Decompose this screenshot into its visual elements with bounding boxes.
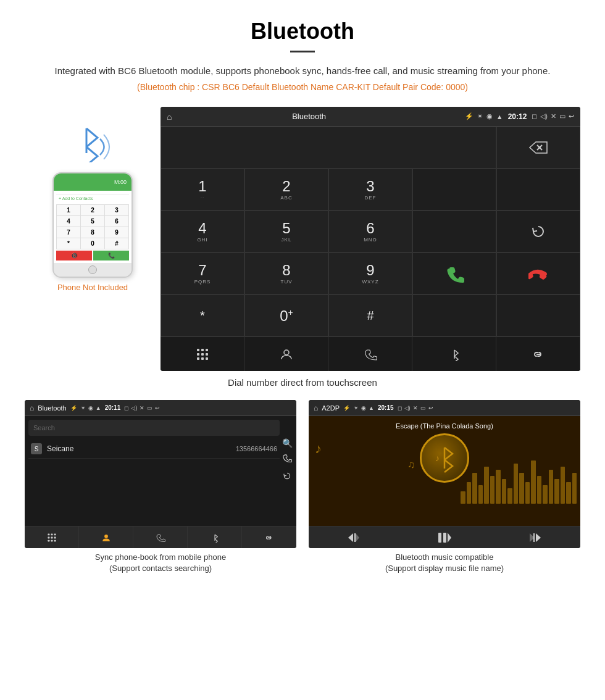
search-placeholder-text: Search — [33, 424, 55, 431]
phone-key-7[interactable]: 7 — [57, 227, 80, 238]
key-2[interactable]: 2ABC — [244, 169, 328, 210]
svg-rect-6 — [206, 349, 208, 351]
eq-bar — [461, 491, 465, 504]
car-screen-header: ⌂ Bluetooth ⚡ ✴ ◉ ▲ 20:12 ◻ ◁) ✕ ▭ ↩ — [161, 107, 580, 127]
answer-call-button[interactable] — [412, 252, 496, 294]
backspace-button[interactable] — [496, 127, 580, 169]
phone-key-2[interactable]: 2 — [81, 205, 104, 215]
phone-key-3[interactable]: 3 — [105, 205, 128, 215]
key-hash[interactable]: # — [328, 294, 412, 336]
phone-key-5[interactable]: 5 — [81, 216, 104, 227]
page-title: Bluetooth — [25, 19, 580, 44]
music-controls — [309, 526, 580, 548]
phone-key-1[interactable]: 1 — [57, 205, 80, 215]
phone-call[interactable]: 📞 — [93, 251, 129, 260]
music-back-icon[interactable]: ↩ — [428, 405, 433, 411]
contact-row[interactable]: S Seicane 13566664466 — [28, 440, 280, 459]
phone-keypad-grid: 1 2 3 4 5 6 7 8 9 * 0 # — [56, 204, 129, 249]
pb-home-icon[interactable]: ⌂ — [30, 404, 34, 412]
svg-rect-7 — [197, 353, 199, 356]
pb-usb-icon: ⚡ — [70, 405, 77, 411]
pb-call-icon[interactable] — [282, 453, 293, 466]
svg-rect-21 — [54, 536, 56, 538]
eq-bar — [537, 476, 542, 504]
key-6[interactable]: 6MNO — [328, 210, 412, 252]
pb-nav-bluetooth[interactable] — [188, 527, 242, 548]
eq-bar — [554, 479, 559, 504]
pb-search-icon[interactable]: 🔍 — [282, 438, 293, 448]
key-9[interactable]: 9WXYZ — [328, 252, 412, 294]
phone-screen-body: + Add to Contacts 1 2 3 4 5 6 7 8 9 * 0 … — [54, 191, 131, 263]
phonebook-caption: Sync phone-book from mobile phone (Suppo… — [25, 552, 296, 574]
svg-marker-1 — [530, 142, 547, 153]
usb-icon: ⚡ — [465, 112, 474, 120]
phone-not-included-label: Phone Not Included — [57, 283, 128, 292]
svg-rect-16 — [48, 533, 49, 535]
nav-contacts[interactable] — [244, 337, 328, 371]
svg-text:♪: ♪ — [435, 453, 440, 463]
reload-cell[interactable] — [496, 210, 580, 252]
key-star[interactable]: * — [161, 294, 244, 336]
next-button[interactable] — [490, 533, 580, 543]
key-8[interactable]: 8TUV — [244, 252, 328, 294]
phone-key-4[interactable]: 4 — [57, 216, 80, 227]
pb-wifi-icon: ▲ — [96, 405, 101, 411]
pb-nav-phone[interactable] — [133, 527, 188, 548]
key-5[interactable]: 5JKL — [244, 210, 328, 252]
empty-cell-1 — [412, 169, 496, 210]
main-section: M:00 + Add to Contacts 1 2 3 4 5 6 7 8 9 — [25, 107, 580, 371]
close-icon[interactable]: ✕ — [551, 112, 556, 120]
album-art: ♪ — [420, 433, 469, 483]
key-4[interactable]: 4GHI — [161, 210, 244, 252]
phone-home-btn[interactable] — [88, 265, 97, 274]
eq-bar — [561, 467, 565, 504]
contact-name: Seicane — [47, 444, 236, 453]
phone-key-hash[interactable]: # — [105, 238, 128, 249]
end-call-button[interactable] — [496, 252, 580, 294]
music-caption: Bluetooth music compatible (Support disp… — [309, 552, 580, 574]
search-bar[interactable]: Search — [28, 420, 280, 436]
key-7[interactable]: 7PQRS — [161, 252, 244, 294]
pb-close-icon[interactable]: ✕ — [140, 405, 144, 411]
key-0[interactable]: 0+ — [244, 294, 328, 336]
play-pause-button[interactable] — [399, 532, 490, 543]
pb-time: 20:11 — [105, 404, 121, 411]
key-1[interactable]: 1∙∙ — [161, 169, 244, 210]
volume-icon: ◁) — [540, 112, 548, 120]
nav-bluetooth[interactable] — [412, 337, 496, 371]
phone-key-6[interactable]: 6 — [105, 216, 128, 227]
svg-marker-30 — [348, 533, 353, 542]
key-3[interactable]: 3DEF — [328, 169, 412, 210]
nav-keypad[interactable] — [161, 337, 244, 371]
pb-nav-keypad[interactable] — [25, 527, 79, 548]
pb-nav-contacts[interactable] — [79, 527, 133, 548]
nav-phone[interactable] — [328, 337, 412, 371]
phone-key-9[interactable]: 9 — [105, 227, 128, 238]
music-body: Escape (The Pina Colada Song) ♪ ♫ ♪ — [309, 416, 580, 526]
dial-display — [161, 127, 496, 169]
prev-button[interactable] — [309, 533, 399, 543]
svg-rect-11 — [201, 357, 204, 360]
car-screen-right-icons: ◻ ◁) ✕ ▭ ↩ — [532, 112, 574, 120]
eq-bar — [543, 485, 548, 504]
music-home-icon[interactable]: ⌂ — [314, 404, 318, 412]
svg-point-25 — [104, 534, 108, 538]
pb-screen-title: Bluetooth — [38, 404, 66, 412]
dialpad-area: 1∙∙ 2ABC 3DEF 4GHI 5JKL 6MNO — [161, 127, 580, 336]
phone-end-call[interactable]: 📵 — [56, 251, 92, 260]
equalizer-bars — [457, 454, 580, 504]
pb-back-icon[interactable]: ↩ — [155, 405, 160, 411]
music-close-icon[interactable]: ✕ — [413, 405, 418, 411]
phone-key-0[interactable]: 0 — [81, 238, 104, 249]
nav-link[interactable] — [496, 337, 580, 371]
bt-icon: ✴ — [477, 112, 483, 120]
phone-key-star[interactable]: * — [57, 238, 80, 249]
phone-key-8[interactable]: 8 — [81, 227, 104, 238]
car-dial-screen: ⌂ Bluetooth ⚡ ✴ ◉ ▲ 20:12 ◻ ◁) ✕ ▭ ↩ — [161, 107, 580, 371]
svg-rect-38 — [533, 533, 535, 542]
pb-nav-link[interactable] — [242, 527, 296, 548]
back-icon[interactable]: ↩ — [569, 112, 574, 120]
music-header: ⌂ A2DP ⚡ ✴ ◉ ▲ 20:15 ◻ ◁) ✕ ▭ ↩ — [309, 400, 580, 416]
pb-reload-icon[interactable] — [282, 471, 293, 484]
pb-bt-icon: ✴ — [81, 405, 86, 411]
